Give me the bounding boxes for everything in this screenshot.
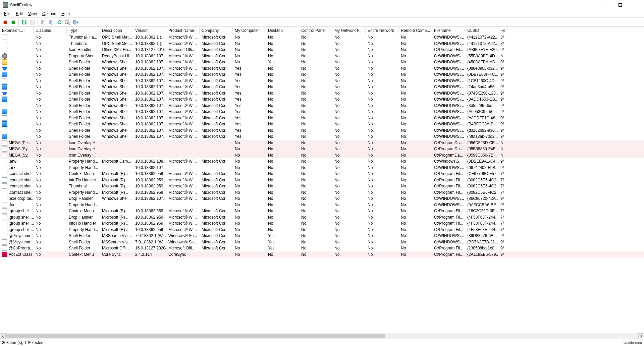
cell: No bbox=[332, 183, 366, 189]
table-row[interactable]: NoProperty SheetReadyBoost UI10.0.18362.… bbox=[0, 53, 644, 59]
scroll-right-button[interactable]: ❯ bbox=[638, 333, 644, 339]
table-row[interactable]: NoShell FolderWindows Shell...10.0.18362… bbox=[0, 90, 644, 97]
table-row[interactable]: .group shell ...NoContext MenuMicrosoft … bbox=[0, 208, 644, 214]
column-header-6[interactable]: Company bbox=[200, 27, 233, 34]
scroll-thumb[interactable] bbox=[6, 334, 385, 338]
column-header-9[interactable]: Control Panel bbox=[299, 27, 332, 34]
column-header-15[interactable]: Fil▲ bbox=[498, 27, 506, 34]
cell: No bbox=[399, 121, 432, 127]
row-icon bbox=[2, 233, 7, 238]
table-row[interactable]: NoShell FolderWindows Shell...10.0.18362… bbox=[0, 109, 644, 115]
cell: {44121072-A22... bbox=[465, 41, 498, 47]
column-header-2[interactable]: Type bbox=[67, 27, 100, 34]
props-button[interactable] bbox=[29, 18, 36, 26]
cell: Yes bbox=[233, 127, 266, 134]
menu-view[interactable]: View bbox=[25, 11, 40, 17]
column-header-7[interactable]: My Computer bbox=[233, 27, 266, 34]
column-header-10[interactable]: My Network Pl... bbox=[332, 27, 366, 34]
find-button[interactable] bbox=[64, 18, 71, 26]
table-row[interactable]: NoShell FolderWindows Shell...10.0.18362… bbox=[0, 71, 644, 78]
table-row[interactable]: NoShell FolderWindows Shell...10.0.18362… bbox=[0, 96, 644, 103]
cell: Shell Folder bbox=[67, 245, 100, 251]
cell: Microsoft Cor... bbox=[200, 103, 233, 109]
column-header-12[interactable]: Remote Comp... bbox=[399, 27, 432, 34]
table-row[interactable]: .contact shel...NoContext MenuMicrosoft … bbox=[0, 171, 644, 177]
disable-button[interactable] bbox=[1, 18, 9, 26]
table-row[interactable]: .group shell ...NoInfoTip HandlerMicroso… bbox=[0, 220, 644, 227]
cell: No bbox=[332, 96, 366, 103]
copy-button[interactable] bbox=[40, 18, 47, 26]
table-row[interactable]: NoThumbnailOPC Shell Met...10.0.18362.1 … bbox=[0, 41, 644, 47]
cell: Microsoft Cor... bbox=[200, 227, 233, 233]
table-row[interactable]: .group shell ...NoProperty Hand...Micros… bbox=[0, 227, 644, 233]
cell: 9/ bbox=[498, 84, 506, 90]
table-row[interactable]: NoShell FolderWindows Shell...10.0.18362… bbox=[0, 115, 644, 121]
cell: .arw bbox=[0, 158, 34, 165]
close-button[interactable] bbox=[628, 0, 643, 10]
menu-file[interactable]: File bbox=[1, 11, 13, 17]
column-header-11[interactable]: Entire Network bbox=[366, 27, 399, 34]
table-row[interactable]: @%systemr...NoShell FolderMSSearch Vist.… bbox=[0, 233, 644, 239]
cell: No bbox=[299, 152, 332, 159]
grid-body[interactable]: NoThumbnail Ha...OPC Shell Met...10.0.18… bbox=[0, 34, 644, 257]
save-button[interactable] bbox=[20, 18, 28, 26]
cell: Microsoft Cor... bbox=[200, 127, 233, 134]
cell: No bbox=[399, 78, 432, 84]
column-header-0[interactable]: Extension.../ bbox=[0, 27, 34, 34]
table-row[interactable]: NoShell FolderWindows Shell...10.0.18362… bbox=[0, 59, 644, 65]
column-header-13[interactable]: Filename bbox=[432, 27, 465, 34]
table-row[interactable]: MEGA (Sy...NoIcon Overlay H...NoNoNoNoNo… bbox=[0, 146, 644, 152]
table-row[interactable]: NoThumbnail Ha...OPC Shell Met...10.0.18… bbox=[0, 34, 644, 41]
horizontal-scrollbar[interactable]: ❮ ❯ bbox=[0, 333, 644, 339]
table-row[interactable]: @%systemr...NoShell FolderMSSearch Vist.… bbox=[0, 239, 644, 245]
column-header-5[interactable]: Product Name bbox=[166, 27, 200, 34]
cell: No bbox=[299, 158, 332, 165]
table-row[interactable]: NoShell FolderWindows Shell...10.0.18362… bbox=[0, 103, 644, 109]
table-row[interactable]: MEGA (Sy...NoIcon Overlay H...NoNoNoNoNo… bbox=[0, 152, 644, 159]
copy-cell-button[interactable] bbox=[48, 18, 55, 26]
table-row[interactable]: NoShell FolderWindows Shell...10.0.18362… bbox=[0, 84, 644, 90]
row-icon bbox=[2, 239, 7, 245]
scroll-track[interactable] bbox=[6, 333, 638, 339]
table-row[interactable]: .arxNoProperty Hand...10.0.18362.107...N… bbox=[0, 165, 644, 171]
menu-options[interactable]: Options bbox=[40, 11, 59, 17]
table-row[interactable]: AccExt ClassNoContext MenuCore Sync2.4.3… bbox=[0, 251, 644, 258]
window-title: ShellExView bbox=[10, 3, 32, 7]
table-row[interactable]: .exe drop tar...NoDrop HandlerWindows Sh… bbox=[0, 195, 644, 202]
table-row[interactable]: .contact shel...NoInfoTip HandlerMicroso… bbox=[0, 177, 644, 183]
exit-button[interactable] bbox=[72, 18, 79, 26]
minimize-button[interactable] bbox=[597, 0, 612, 10]
refresh-button[interactable] bbox=[56, 18, 63, 26]
menu-help[interactable]: Help bbox=[59, 11, 72, 17]
extensions-grid[interactable]: Extension.../DisabledTypeDescriptionVers… bbox=[0, 27, 644, 333]
cell: No bbox=[266, 121, 299, 127]
scroll-left-button[interactable]: ❮ bbox=[0, 333, 6, 339]
table-row[interactable]: .arwNoProperty Hand...Microsoft Cam...10… bbox=[0, 158, 644, 165]
table-row[interactable]: NoShell FolderWindows Shell...10.0.18362… bbox=[0, 133, 644, 140]
table-row[interactable]: .fonNoProperty Hand...NoNoNoNoNoNoC:\WIN… bbox=[0, 202, 644, 208]
cell: No bbox=[299, 239, 332, 245]
column-header-14[interactable]: CLSID bbox=[465, 27, 498, 34]
table-row[interactable]: NoShell FolderWindows Shell...10.0.18362… bbox=[0, 78, 644, 84]
table-row[interactable]: NoShell FolderWindows Shell...10.0.18362… bbox=[0, 121, 644, 127]
table-row[interactable]: NoShell FolderWindows Shell...10.0.18362… bbox=[0, 127, 644, 134]
column-header-8[interactable]: Desktop bbox=[266, 27, 299, 34]
column-header-4[interactable]: Version bbox=[133, 27, 166, 34]
cell: Microsoft® Wi... bbox=[166, 90, 200, 97]
table-row[interactable]: NoIcon HandlerOffice XML Ha...16.0.13127… bbox=[0, 47, 644, 53]
column-header-1[interactable]: Disabled bbox=[34, 27, 67, 34]
cell: Microsoft® Wi... bbox=[166, 133, 200, 140]
table-row[interactable]: .group shell ...NoDrop HandlerMicrosoft … bbox=[0, 214, 644, 221]
table-row[interactable]: .contact shel...NoProperty Hand...Micros… bbox=[0, 189, 644, 196]
table-row[interactable]: .contact shel...NoThumbnailMicrosoft (R)… bbox=[0, 183, 644, 189]
column-header-3[interactable]: Description bbox=[100, 27, 133, 34]
table-row[interactable]: MEGA (Pe...NoIcon Overlay H...NoNoNoNoNo… bbox=[0, 140, 644, 146]
menu-edit[interactable]: Edit bbox=[13, 11, 25, 17]
enable-button[interactable] bbox=[9, 18, 17, 26]
cell bbox=[166, 165, 200, 171]
table-row[interactable]: NoShell FolderWindows Shell...10.0.18362… bbox=[0, 65, 644, 72]
maximize-button[interactable] bbox=[612, 0, 628, 10]
cell: 9/ bbox=[498, 202, 506, 208]
table-row[interactable]: @C:\Progra...NoShell FolderMicrosoft Off… bbox=[0, 245, 644, 251]
cell: No bbox=[366, 53, 399, 59]
